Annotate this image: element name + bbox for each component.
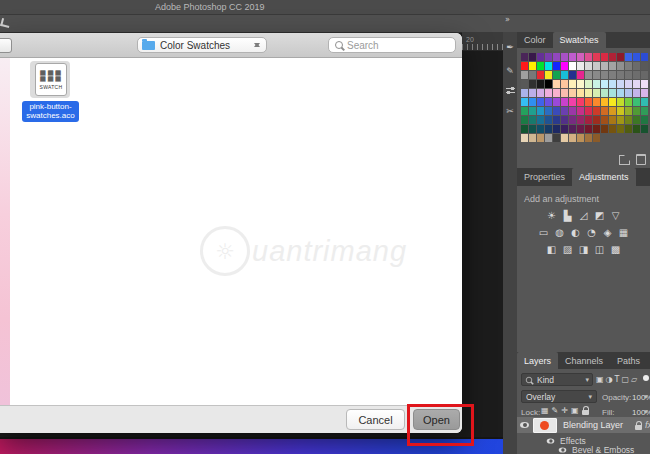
filter-shape-layers-icon[interactable]: ▢	[621, 373, 629, 386]
swatch[interactable]	[641, 107, 648, 115]
gradient-map-icon[interactable]: ▩	[610, 244, 622, 256]
layer-visibility-eye-icon[interactable]	[520, 422, 529, 428]
swatch[interactable]	[609, 71, 616, 79]
tab-color[interactable]: Color	[517, 32, 553, 48]
swatch[interactable]	[521, 125, 528, 133]
swatch[interactable]	[617, 53, 624, 61]
swatch[interactable]	[593, 80, 600, 88]
cancel-button[interactable]: Cancel	[346, 409, 405, 430]
tab-layers[interactable]: Layers	[517, 352, 558, 369]
swatch[interactable]	[577, 53, 584, 61]
swatch[interactable]	[545, 116, 552, 124]
swatch[interactable]	[561, 89, 568, 97]
swatch[interactable]	[617, 98, 624, 106]
swatch[interactable]	[633, 107, 640, 115]
swatch[interactable]	[561, 134, 568, 142]
swatch[interactable]	[577, 89, 584, 97]
swatch[interactable]	[617, 89, 624, 97]
lock-move-icon[interactable]: ✛	[561, 406, 568, 415]
tab-adjustments[interactable]: Adjustments	[572, 168, 636, 186]
swatch[interactable]	[545, 71, 552, 79]
swatch[interactable]	[633, 89, 640, 97]
swatch[interactable]	[633, 116, 640, 124]
swatch[interactable]	[577, 134, 584, 142]
swatch[interactable]	[561, 125, 568, 133]
cut-panel-icon[interactable]: ✂	[503, 106, 517, 116]
swatch[interactable]	[585, 80, 592, 88]
invert-icon[interactable]: ◧	[546, 244, 558, 256]
tab-channels[interactable]: Channels	[558, 352, 610, 369]
swatch[interactable]	[625, 98, 632, 106]
swatch[interactable]	[617, 107, 624, 115]
swatch[interactable]	[545, 89, 552, 97]
swatch[interactable]	[553, 80, 560, 88]
bevel-emboss-row[interactable]: Bevel & Emboss	[558, 445, 634, 454]
brush-settings-panel-icon[interactable]: ✎	[503, 66, 517, 76]
swatch[interactable]	[641, 80, 648, 88]
swatch[interactable]	[625, 71, 632, 79]
tab-paths[interactable]: Paths	[610, 352, 647, 369]
swatch[interactable]	[585, 89, 592, 97]
swatch[interactable]	[593, 71, 600, 79]
swatch[interactable]	[545, 53, 552, 61]
swatch[interactable]	[641, 71, 648, 79]
swatch[interactable]	[585, 125, 592, 133]
swatch[interactable]	[625, 62, 632, 70]
swatch[interactable]	[569, 116, 576, 124]
filter-adjustment-layers-icon[interactable]: ◑	[606, 373, 613, 386]
swatch[interactable]	[569, 62, 576, 70]
swatch[interactable]	[569, 134, 576, 142]
swatch[interactable]	[569, 107, 576, 115]
swatch[interactable]	[545, 125, 552, 133]
swatch[interactable]	[633, 62, 640, 70]
swatch[interactable]	[553, 98, 560, 106]
view-mode-button[interactable]	[0, 38, 12, 53]
swatch[interactable]	[545, 62, 552, 70]
effects-visibility-eye-icon[interactable]	[547, 438, 555, 443]
swatch[interactable]	[553, 107, 560, 115]
swatch[interactable]	[625, 89, 632, 97]
blend-mode-dropdown[interactable]: Overlay ▾	[521, 390, 597, 403]
swatch[interactable]	[553, 53, 560, 61]
swatch[interactable]	[617, 116, 624, 124]
color-lookup-icon[interactable]: ▦	[618, 227, 630, 239]
photo-filter-icon[interactable]: ◔	[586, 227, 598, 239]
color-balance-icon[interactable]: ◍	[554, 227, 566, 239]
swatch[interactable]	[609, 80, 616, 88]
swatch[interactable]	[641, 62, 648, 70]
swatch[interactable]	[593, 98, 600, 106]
swatch[interactable]	[585, 134, 592, 142]
swatch[interactable]	[561, 62, 568, 70]
swatch[interactable]	[617, 71, 624, 79]
swatch[interactable]	[569, 89, 576, 97]
swatch[interactable]	[625, 107, 632, 115]
swatch[interactable]	[561, 71, 568, 79]
swatch[interactable]	[545, 107, 552, 115]
swatch[interactable]	[529, 53, 536, 61]
swatch[interactable]	[521, 89, 528, 97]
swatch[interactable]	[585, 62, 592, 70]
layer-row[interactable]: Blending Layer fx	[517, 417, 650, 433]
hue-saturation-icon[interactable]: ▭	[538, 227, 550, 239]
swatch[interactable]	[529, 98, 536, 106]
swatch[interactable]	[529, 80, 536, 88]
swatch[interactable]	[577, 80, 584, 88]
swatch[interactable]	[561, 107, 568, 115]
exposure-icon[interactable]: ◩	[594, 210, 606, 222]
swatch[interactable]	[593, 62, 600, 70]
new-swatch-icon[interactable]	[619, 155, 630, 165]
swatch[interactable]	[601, 53, 608, 61]
swatch[interactable]	[601, 89, 608, 97]
bevel-visibility-eye-icon[interactable]	[559, 447, 567, 452]
swatch[interactable]	[601, 62, 608, 70]
swatch[interactable]	[601, 98, 608, 106]
swatch[interactable]	[617, 80, 624, 88]
swatch[interactable]	[553, 134, 560, 142]
swatch[interactable]	[609, 53, 616, 61]
swatch[interactable]	[593, 107, 600, 115]
curves-icon[interactable]: ◿	[578, 210, 590, 222]
levels-icon[interactable]: ▙	[562, 210, 574, 222]
swatch[interactable]	[585, 98, 592, 106]
swatch[interactable]	[561, 53, 568, 61]
search-input[interactable]: Search	[328, 37, 456, 53]
